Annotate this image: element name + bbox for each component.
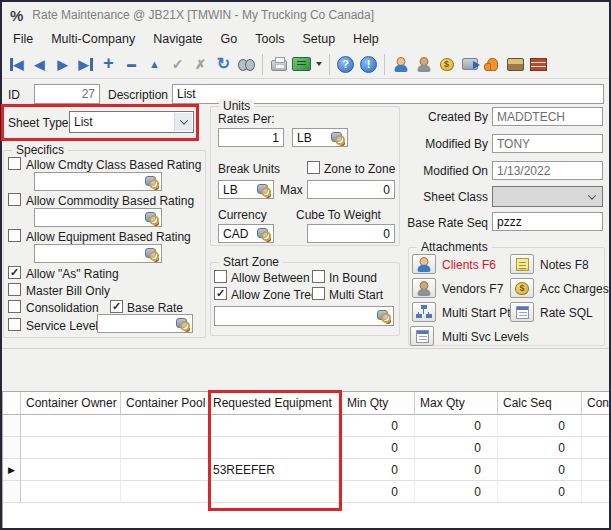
- equipment-lookup-icon[interactable]: [144, 247, 159, 261]
- commodity-field[interactable]: [34, 208, 162, 227]
- id-field[interactable]: 27: [34, 84, 100, 104]
- attachments-rate-sql-label[interactable]: Rate SQL: [540, 306, 593, 320]
- cell-requested-equipment[interactable]: [210, 437, 342, 459]
- accept-button[interactable]: ✓: [166, 52, 189, 76]
- break-units-field[interactable]: LB: [218, 180, 274, 199]
- cell-container-owner[interactable]: [21, 437, 121, 459]
- table-row[interactable]: 0 0 0: [3, 437, 609, 459]
- cell-min-qty[interactable]: 0: [342, 459, 415, 481]
- service-level-lookup-icon[interactable]: [175, 317, 190, 331]
- table-row-current[interactable]: 53REEFER 0 0 0: [3, 459, 609, 481]
- first-record-button[interactable]: ◀: [5, 52, 28, 76]
- cell-requested-equipment[interactable]: 53REEFER: [210, 459, 342, 481]
- cell-container-pool[interactable]: [121, 481, 210, 503]
- cell-container-owner[interactable]: [21, 481, 121, 503]
- commodity-lookup-icon[interactable]: [144, 211, 159, 225]
- archive-toolbar-button[interactable]: [504, 52, 527, 76]
- cell-max-qty[interactable]: 0: [415, 437, 498, 459]
- column-header-container-owner[interactable]: Container Owner: [21, 392, 121, 415]
- attachments-notes-label[interactable]: Notes F8: [540, 258, 589, 272]
- column-header-container-pool[interactable]: Container Pool: [121, 392, 210, 415]
- security-toolbar-button[interactable]: [527, 52, 550, 76]
- menu-navigate[interactable]: Navigate: [144, 29, 211, 49]
- row-selector-cell[interactable]: [3, 437, 21, 459]
- zone-to-zone-checkbox[interactable]: [307, 161, 320, 174]
- base-rate-seq-field[interactable]: pzzz: [492, 212, 603, 231]
- help-button[interactable]: ?: [334, 52, 357, 76]
- attachments-acc-charges-label[interactable]: Acc Charges: [540, 282, 609, 296]
- cell-calc-seq[interactable]: 0: [498, 459, 582, 481]
- cell-min-qty[interactable]: 0: [342, 415, 415, 437]
- last-record-button[interactable]: ▶: [74, 52, 97, 76]
- table-row[interactable]: 0 0 0: [3, 415, 609, 437]
- column-header-max-qty[interactable]: Max Qty: [415, 392, 498, 415]
- cell-container-pool[interactable]: [121, 459, 210, 481]
- table-row[interactable]: 0 0 0: [3, 481, 609, 503]
- cell-container-owner[interactable]: [21, 459, 121, 481]
- cmdty-class-lookup-icon[interactable]: [144, 175, 159, 189]
- service-level-checkbox[interactable]: [8, 318, 21, 331]
- max-field[interactable]: 0: [307, 180, 395, 199]
- find-button[interactable]: [235, 52, 258, 76]
- attachments-vendors-button[interactable]: [412, 278, 436, 298]
- cell-contract-id[interactable]: [582, 437, 609, 459]
- attachments-vendors-label[interactable]: Vendors F7: [442, 282, 503, 296]
- attachments-clients-button[interactable]: [412, 254, 436, 274]
- cell-container-pool[interactable]: [121, 437, 210, 459]
- refresh-button[interactable]: ↻: [212, 52, 235, 76]
- rate-print-toolbar-button[interactable]: [458, 52, 481, 76]
- menu-go[interactable]: Go: [212, 29, 247, 49]
- cell-max-qty[interactable]: 0: [415, 459, 498, 481]
- menu-setup[interactable]: Setup: [293, 29, 344, 49]
- row-selector-cell[interactable]: [3, 415, 21, 437]
- cell-max-qty[interactable]: 0: [415, 481, 498, 503]
- rates-per-unit-lookup-icon[interactable]: [330, 131, 345, 145]
- attachments-multi-svc-levels-button[interactable]: [410, 326, 434, 346]
- attachments-acc-charges-button[interactable]: [510, 278, 534, 298]
- cell-min-qty[interactable]: 0: [342, 481, 415, 503]
- cell-max-qty[interactable]: 0: [415, 415, 498, 437]
- console-dropdown-button[interactable]: [313, 52, 325, 76]
- start-zone-lookup-icon[interactable]: [376, 309, 391, 323]
- cell-calc-seq[interactable]: 0: [498, 437, 582, 459]
- consolidation-checkbox[interactable]: [8, 300, 21, 313]
- commodity-checkbox[interactable]: [8, 193, 21, 206]
- base-rate-checkbox[interactable]: [110, 300, 123, 313]
- currency-field[interactable]: CAD: [218, 224, 274, 243]
- attachments-notes-button[interactable]: [510, 254, 534, 274]
- cell-requested-equipment[interactable]: [210, 481, 342, 503]
- start-zone-field[interactable]: [214, 306, 394, 326]
- cmdty-class-field[interactable]: [34, 172, 162, 191]
- cell-contract-id[interactable]: [582, 415, 609, 437]
- previous-record-button[interactable]: ◀: [28, 52, 51, 76]
- cell-contract-id[interactable]: [582, 481, 609, 503]
- cmdty-class-checkbox[interactable]: [8, 157, 21, 170]
- cell-calc-seq[interactable]: 0: [498, 415, 582, 437]
- attachments-multi-start-pts-button[interactable]: [412, 302, 436, 322]
- cell-min-qty[interactable]: 0: [342, 437, 415, 459]
- attachments-clients-label[interactable]: Clients F6: [442, 258, 496, 272]
- sheet-class-select[interactable]: [492, 186, 603, 207]
- break-units-lookup-icon[interactable]: [256, 183, 271, 197]
- charges-toolbar-button[interactable]: [435, 52, 458, 76]
- in-bound-checkbox[interactable]: [312, 270, 325, 283]
- master-bill-only-checkbox[interactable]: [8, 283, 21, 296]
- column-header-selector[interactable]: [3, 392, 21, 415]
- clients-toolbar-button[interactable]: [389, 52, 412, 76]
- cell-calc-seq[interactable]: 0: [498, 481, 582, 503]
- console-button[interactable]: [290, 52, 313, 76]
- sheet-type-select[interactable]: List: [69, 111, 194, 133]
- current-row-arrow[interactable]: [3, 459, 21, 481]
- rates-per-field[interactable]: 1: [218, 128, 284, 147]
- cube-to-weight-field[interactable]: 0: [307, 224, 395, 243]
- cancel-button[interactable]: ✗: [189, 52, 212, 76]
- menu-tools[interactable]: Tools: [246, 29, 293, 49]
- cell-container-pool[interactable]: [121, 415, 210, 437]
- cell-contract-id[interactable]: [582, 459, 609, 481]
- menu-help[interactable]: Help: [344, 29, 388, 49]
- vendors-toolbar-button[interactable]: [412, 52, 435, 76]
- menu-file[interactable]: File: [4, 29, 42, 49]
- delete-record-button[interactable]: ▬: [120, 52, 143, 76]
- menu-multi-company[interactable]: Multi-Company: [42, 29, 144, 49]
- cell-requested-equipment[interactable]: [210, 415, 342, 437]
